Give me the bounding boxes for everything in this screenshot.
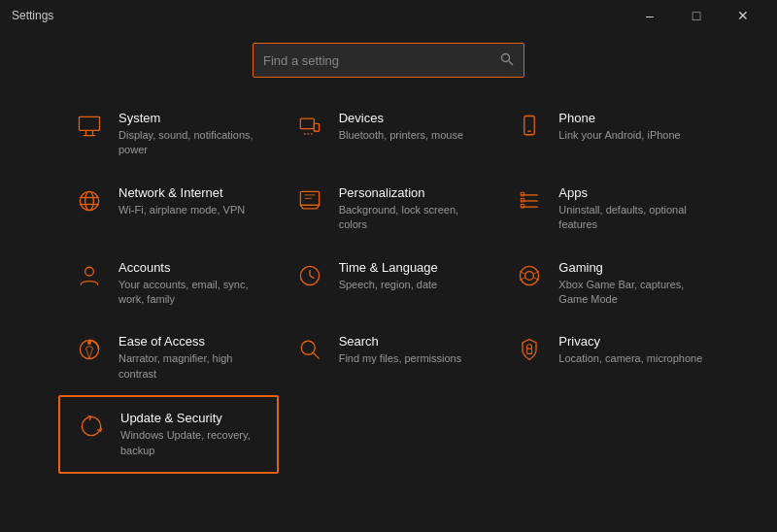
svg-point-24 [85, 267, 94, 276]
setting-item-accounts[interactable]: Accounts Your accounts, email, sync, wor… [58, 247, 279, 321]
setting-title-search: Search [339, 334, 462, 349]
search-bar[interactable] [253, 43, 524, 78]
setting-title-devices: Devices [339, 111, 463, 125]
setting-title-accounts: Accounts [118, 260, 263, 275]
setting-text-time: Time & Language Speech, region, date [339, 260, 438, 292]
setting-text-personalization: Personalization Background, lock screen,… [339, 185, 484, 233]
setting-item-network[interactable]: Network & Internet Wi-Fi, airplane mode,… [58, 172, 279, 247]
setting-desc-personalization: Background, lock screen, colors [339, 203, 484, 233]
minimize-button[interactable]: – [627, 0, 672, 31]
setting-text-apps: Apps Uninstall, defaults, optional featu… [558, 185, 703, 233]
svg-rect-2 [80, 116, 100, 130]
easeofaccess-icon [74, 336, 105, 363]
setting-text-search: Search Find my files, permissions [339, 334, 462, 366]
setting-desc-privacy: Location, camera, microphone [558, 351, 702, 366]
setting-item-privacy[interactable]: Privacy Location, camera, microphone [498, 320, 719, 395]
setting-item-gaming[interactable]: Gaming Xbox Game Bar, captures, Game Mod… [498, 247, 719, 321]
system-icon [74, 113, 105, 140]
window-controls: – □ ✕ [627, 0, 765, 31]
setting-desc-search: Find my files, permissions [339, 351, 462, 366]
setting-title-phone: Phone [558, 111, 680, 125]
gaming-icon [514, 262, 545, 289]
svg-point-0 [502, 53, 510, 61]
setting-desc-network: Wi-Fi, airplane mode, VPN [118, 203, 245, 217]
search-input[interactable] [263, 53, 492, 68]
setting-item-devices[interactable]: Devices Bluetooth, printers, mouse [279, 97, 499, 172]
setting-item-easeofaccess[interactable]: Ease of Access Narrator, magnifier, high… [58, 320, 279, 395]
search-icon [500, 52, 514, 69]
setting-desc-time: Speech, region, date [339, 278, 438, 292]
svg-rect-6 [300, 118, 314, 129]
network-icon [74, 187, 105, 215]
svg-point-11 [80, 191, 98, 210]
setting-title-network: Network & Internet [118, 185, 245, 200]
setting-item-phone[interactable]: Phone Link your Android, iPhone [498, 97, 719, 172]
personalization-icon [294, 187, 325, 215]
setting-text-accounts: Accounts Your accounts, email, sync, wor… [118, 260, 263, 308]
setting-desc-phone: Link your Android, iPhone [558, 128, 680, 143]
close-button[interactable]: ✕ [721, 0, 765, 31]
setting-text-easeofaccess: Ease of Access Narrator, magnifier, high… [118, 334, 263, 382]
svg-point-35 [88, 342, 91, 345]
devices-icon [294, 113, 325, 140]
settings-grid: System Display, sound, notifications, po… [0, 97, 777, 474]
updatesecurity-icon [76, 413, 107, 440]
app-title: Settings [12, 9, 53, 22]
setting-item-time[interactable]: Time & Language Speech, region, date [279, 247, 499, 321]
setting-text-devices: Devices Bluetooth, printers, mouse [339, 111, 463, 143]
setting-desc-easeofaccess: Narrator, magnifier, high contrast [118, 351, 263, 382]
setting-text-system: System Display, sound, notifications, po… [118, 111, 263, 158]
svg-line-27 [310, 276, 314, 279]
title-bar: Settings – □ ✕ [0, 0, 777, 31]
setting-title-system: System [118, 111, 263, 125]
search-icon [294, 336, 325, 363]
search-container [0, 31, 777, 97]
setting-text-network: Network & Internet Wi-Fi, airplane mode,… [118, 185, 245, 217]
svg-line-37 [313, 353, 319, 359]
setting-title-easeofaccess: Ease of Access [118, 334, 263, 349]
setting-title-apps: Apps [558, 185, 703, 200]
setting-desc-updatesecurity: Windows Update, recovery, backup [120, 428, 261, 458]
setting-title-personalization: Personalization [339, 185, 484, 200]
svg-rect-7 [314, 123, 319, 131]
setting-desc-system: Display, sound, notifications, power [118, 128, 263, 158]
setting-title-gaming: Gaming [558, 260, 703, 275]
setting-text-updatesecurity: Update & Security Windows Update, recove… [120, 411, 261, 458]
setting-text-phone: Phone Link your Android, iPhone [558, 111, 680, 143]
svg-point-12 [85, 191, 94, 210]
setting-item-updatesecurity[interactable]: Update & Security Windows Update, recove… [58, 395, 279, 474]
svg-rect-38 [527, 349, 532, 353]
maximize-button[interactable]: □ [674, 0, 719, 31]
setting-text-privacy: Privacy Location, camera, microphone [558, 334, 702, 366]
setting-item-apps[interactable]: Apps Uninstall, defaults, optional featu… [498, 172, 719, 247]
setting-item-system[interactable]: System Display, sound, notifications, po… [58, 97, 279, 172]
setting-item-search[interactable]: Search Find my files, permissions [279, 320, 499, 395]
setting-text-gaming: Gaming Xbox Game Bar, captures, Game Mod… [558, 260, 703, 308]
svg-line-1 [509, 61, 513, 65]
time-icon [294, 262, 325, 289]
accounts-icon [74, 262, 105, 289]
setting-desc-apps: Uninstall, defaults, optional features [558, 203, 703, 233]
setting-item-personalization[interactable]: Personalization Background, lock screen,… [279, 172, 499, 247]
svg-point-29 [525, 271, 534, 280]
svg-point-28 [521, 266, 539, 284]
phone-icon [514, 113, 545, 140]
setting-desc-gaming: Xbox Game Bar, captures, Game Mode [558, 278, 703, 308]
setting-title-updatesecurity: Update & Security [120, 411, 261, 425]
setting-desc-accounts: Your accounts, email, sync, work, family [118, 278, 263, 308]
apps-icon [514, 187, 545, 215]
svg-point-36 [301, 342, 315, 355]
privacy-icon [514, 336, 545, 363]
setting-title-time: Time & Language [339, 260, 438, 275]
setting-desc-devices: Bluetooth, printers, mouse [339, 128, 463, 143]
setting-title-privacy: Privacy [558, 334, 702, 349]
